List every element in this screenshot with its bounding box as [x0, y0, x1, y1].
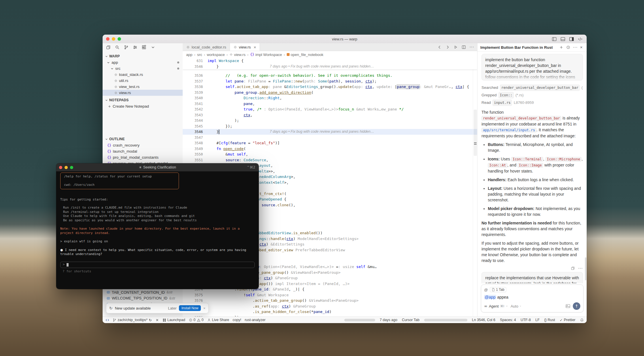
breadcrumb-item-workspace[interactable]: workspace: [207, 53, 225, 57]
code-line[interactable]: 3539 pane_group.add_pane_with_direction(: [183, 90, 477, 95]
encoding-status[interactable]: UTF-8: [521, 318, 531, 322]
message-more-icon[interactable]: ···: [578, 266, 583, 270]
code-line[interactable]: 3540 Direction::Right,: [183, 95, 477, 101]
later-button[interactable]: Later: [168, 306, 177, 310]
more-views-chevron-icon[interactable]: [151, 45, 155, 50]
copy-message-icon[interactable]: [571, 266, 575, 270]
tree-item-view-rs[interactable]: view.rs: [103, 90, 183, 96]
close-tab-icon[interactable]: ×: [254, 45, 256, 50]
code-line[interactable]: 3536 // (e.g. for open-or-switch behavio…: [183, 73, 477, 78]
breadcrumb-item-open-file-notebook[interactable]: open_file_notebook: [287, 53, 324, 57]
tab-local-code-editor[interactable]: local_code_editor.rs: [183, 43, 230, 51]
code-line[interactable]: 3550 &mut self,: [183, 151, 477, 157]
user-message[interactable]: replace the implementations that use Hov…: [481, 272, 583, 283]
breadcrumb-item-src[interactable]: src: [197, 53, 202, 57]
problems-button[interactable]: 0 0: [189, 318, 204, 322]
toggle-left-sidebar-icon[interactable]: [552, 37, 557, 42]
copy-status-item[interactable]: copy!: [233, 318, 241, 322]
x-status-icon[interactable]: [155, 318, 159, 322]
tab-view-rs[interactable]: view.rs ×: [230, 43, 260, 51]
create-notepad-button[interactable]: Create New Notepad: [103, 103, 183, 109]
code-line[interactable]: 3538 self.active_tab_app: pane &EditorSe…: [183, 84, 477, 90]
close-notification-icon[interactable]: ×: [203, 306, 205, 310]
terminal-prompt-input[interactable]: >: [60, 262, 255, 268]
zoom-window-button[interactable]: [70, 166, 73, 169]
search-icon[interactable]: [115, 45, 120, 50]
tree-item-toast-stack-rs[interactable]: toast_stack.rs: [103, 72, 183, 78]
outline-item-launch_modal[interactable]: {}launch_modal: [103, 148, 183, 154]
breadcrumb-item-app[interactable]: app: [186, 53, 192, 57]
language-mode-status[interactable]: {} Rust: [544, 318, 555, 322]
eol-status[interactable]: LF: [535, 318, 540, 322]
live-share-button[interactable]: Live Share: [207, 318, 229, 322]
context-chip[interactable]: 1 Tab: [490, 287, 506, 292]
chat-more-icon[interactable]: ···: [573, 45, 577, 49]
terminal-titlebar[interactable]: Seeking Clarification ⌃⌘2: [56, 163, 259, 171]
outline-item-TAB_CONTENT_POSITION_ID[interactable]: TAB_CONTENT_POSITION_ID&str: [103, 289, 183, 295]
blame-age-status[interactable]: 7 days ago: [380, 318, 397, 322]
settings-sliders-icon[interactable]: [133, 45, 137, 50]
minimize-window-button[interactable]: [65, 166, 68, 169]
prettier-status[interactable]: ✓Prettier: [560, 318, 575, 322]
code-line[interactable]: 3546 }7 days ago • Fix bug with code rev…: [183, 129, 477, 135]
notepads-section-header[interactable]: NOTEPADS: [103, 97, 183, 103]
model-selector[interactable]: Auto: [511, 304, 522, 308]
outline-item-crash_recovery[interactable]: {}crash_recovery: [103, 142, 183, 148]
code-line[interactable]: 3543 ctx,: [183, 112, 477, 118]
run-file-icon[interactable]: [454, 45, 458, 49]
toggle-bottom-panel-icon[interactable]: [560, 37, 565, 42]
cursor-position-status[interactable]: Ln 3546, Col 6: [472, 318, 495, 322]
split-editor-icon[interactable]: [462, 45, 466, 49]
cursor-tab-status[interactable]: Cursor Tab: [402, 318, 420, 322]
breadcrumb-item-impl-workspace[interactable]: {} impl Workspace: [250, 53, 282, 57]
attach-image-icon[interactable]: [566, 304, 570, 308]
code-line[interactable]: 3577 .as_ref(app: ctx) &PaneGroup: [183, 303, 477, 309]
code-line[interactable]: 3542 true, /* : Option<(PaneId, ViewHand…: [183, 106, 477, 112]
code-line[interactable]: 3546 }7 days ago • Fix bug with code rev…: [183, 64, 477, 70]
add-context-icon[interactable]: @: [484, 288, 488, 292]
terminal-content[interactable]: /help for help, /status for your current…: [56, 171, 259, 289]
code-line[interactable]: 3548 #[cfg(feature = "local_fs")]: [183, 140, 477, 146]
code-line[interactable]: 3541 pane,: [183, 101, 477, 107]
rust-analyzer-status-item[interactable]: rust-analyzer: [245, 318, 265, 322]
toggle-right-sidebar-icon[interactable]: [569, 37, 574, 42]
tool-call-row[interactable]: GreppedIcon::(*.rs): [481, 91, 583, 99]
code-line[interactable]: 631impl Workspace {: [183, 58, 477, 64]
code-line[interactable]: 3551 source: CodeSource,: [183, 157, 477, 163]
tree-item-view-test-rs[interactable]: view_test.rs: [103, 84, 183, 90]
user-message[interactable]: implement the button bar function render…: [481, 54, 583, 80]
notifications-bell-icon[interactable]: [580, 318, 584, 322]
navigate-back-icon[interactable]: [437, 45, 442, 49]
code-line[interactable]: 3547: [183, 135, 477, 140]
source-control-icon[interactable]: [124, 45, 129, 50]
tree-item-util-rs[interactable]: util.rs: [103, 78, 183, 84]
indentation-status[interactable]: Spaces: 4: [500, 318, 516, 322]
navigate-forward-icon[interactable]: [445, 45, 450, 49]
tool-call-row[interactable]: Readinput.rsL8760-8959: [481, 99, 583, 106]
chat-history-icon[interactable]: [566, 45, 570, 49]
code-line[interactable]: 3544 );: [183, 118, 477, 123]
outline-item-WELCOME_TIPS_POSITION_ID[interactable]: WELCOME_TIPS_POSITION_ID&str: [103, 295, 183, 301]
breadcrumb-item-view-rs[interactable]: view.rs: [229, 53, 245, 57]
git-branch-button[interactable]: zach/chip_tooltips* ↻: [113, 318, 152, 322]
outline-section-header[interactable]: OUTLINE: [103, 136, 183, 142]
chat-scrollbar[interactable]: [585, 257, 586, 280]
code-line[interactable]: 3537 let pane: FilePane = FilePane::new(…: [183, 78, 477, 84]
window-titlebar[interactable]: view.rs — warp: [103, 35, 587, 44]
minimize-window-button[interactable]: [112, 37, 115, 41]
close-chat-icon[interactable]: ×: [580, 45, 584, 49]
tree-item-src[interactable]: src: [103, 65, 183, 72]
code-line[interactable]: 3549 fn open_code(: [183, 146, 477, 152]
agent-mode-selector[interactable]: ∞ Agent ⌘I: [484, 304, 508, 308]
extensions-icon[interactable]: [142, 45, 146, 50]
chat-input-text[interactable]: @app appea: [484, 295, 580, 299]
send-button[interactable]: ↑: [573, 302, 580, 310]
zoom-window-button[interactable]: [118, 37, 121, 41]
close-window-button[interactable]: [106, 37, 109, 41]
code-line[interactable]: 3578 .is_pane_hidden_for_close(*pane_id): [183, 309, 477, 315]
remote-indicator[interactable]: [105, 318, 109, 322]
close-window-button[interactable]: [59, 166, 62, 169]
explorer-section-header[interactable]: WARP: [103, 53, 183, 59]
editor-more-actions-icon[interactable]: ···: [470, 45, 474, 49]
code-line[interactable]: 3545 });: [183, 123, 477, 129]
